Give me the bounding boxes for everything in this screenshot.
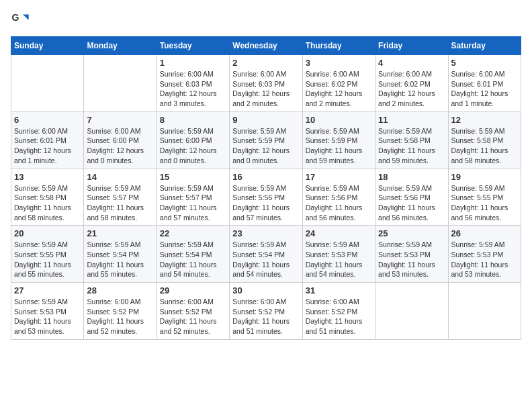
day-info: Sunrise: 6:00 AM Sunset: 6:03 PM Dayligh… xyxy=(232,69,299,109)
day-header-friday: Friday xyxy=(375,37,448,55)
calendar-cell: 12Sunrise: 5:59 AM Sunset: 5:58 PM Dayli… xyxy=(448,111,521,169)
day-header-sunday: Sunday xyxy=(11,37,84,55)
day-number: 6 xyxy=(14,115,81,125)
day-info: Sunrise: 6:00 AM Sunset: 6:02 PM Dayligh… xyxy=(378,69,445,109)
calendar-cell: 4Sunrise: 6:00 AM Sunset: 6:02 PM Daylig… xyxy=(375,55,448,112)
day-number: 27 xyxy=(14,285,81,295)
day-info: Sunrise: 5:59 AM Sunset: 5:58 PM Dayligh… xyxy=(451,126,518,166)
day-number: 14 xyxy=(87,172,153,182)
calendar-cell: 24Sunrise: 5:59 AM Sunset: 5:53 PM Dayli… xyxy=(302,226,375,283)
day-header-tuesday: Tuesday xyxy=(157,37,229,55)
calendar-cell: 10Sunrise: 5:59 AM Sunset: 5:59 PM Dayli… xyxy=(302,111,375,169)
day-info: Sunrise: 6:00 AM Sunset: 6:00 PM Dayligh… xyxy=(87,126,153,166)
calendar-cell xyxy=(375,283,448,340)
day-number: 25 xyxy=(378,228,445,238)
day-info: Sunrise: 5:59 AM Sunset: 6:00 PM Dayligh… xyxy=(160,126,226,166)
calendar: SundayMondayTuesdayWednesdayThursdayFrid… xyxy=(11,36,521,340)
day-number: 19 xyxy=(451,172,518,182)
day-number: 17 xyxy=(306,172,372,182)
calendar-cell: 21Sunrise: 5:59 AM Sunset: 5:54 PM Dayli… xyxy=(84,226,157,283)
day-info: Sunrise: 6:00 AM Sunset: 6:02 PM Dayligh… xyxy=(306,69,372,109)
calendar-cell: 8Sunrise: 5:59 AM Sunset: 6:00 PM Daylig… xyxy=(157,111,229,169)
day-info: Sunrise: 6:00 AM Sunset: 5:52 PM Dayligh… xyxy=(87,297,153,336)
calendar-cell: 13Sunrise: 5:59 AM Sunset: 5:58 PM Dayli… xyxy=(11,169,84,226)
logo: G xyxy=(11,11,32,30)
day-number: 20 xyxy=(14,228,81,238)
day-info: Sunrise: 6:00 AM Sunset: 5:52 PM Dayligh… xyxy=(160,297,226,336)
day-number: 13 xyxy=(14,172,81,182)
day-number: 12 xyxy=(451,115,518,125)
calendar-cell: 7Sunrise: 6:00 AM Sunset: 6:00 PM Daylig… xyxy=(84,111,157,169)
day-number: 11 xyxy=(378,115,445,125)
calendar-cell: 5Sunrise: 6:00 AM Sunset: 6:01 PM Daylig… xyxy=(448,55,521,112)
day-number: 18 xyxy=(378,172,445,182)
calendar-cell: 28Sunrise: 6:00 AM Sunset: 5:52 PM Dayli… xyxy=(84,283,157,340)
day-info: Sunrise: 5:59 AM Sunset: 5:53 PM Dayligh… xyxy=(306,240,372,279)
calendar-cell: 20Sunrise: 5:59 AM Sunset: 5:55 PM Dayli… xyxy=(11,226,84,283)
day-info: Sunrise: 6:00 AM Sunset: 6:03 PM Dayligh… xyxy=(160,69,226,109)
calendar-cell: 25Sunrise: 5:59 AM Sunset: 5:53 PM Dayli… xyxy=(375,226,448,283)
day-number: 31 xyxy=(306,285,372,295)
day-info: Sunrise: 6:00 AM Sunset: 5:52 PM Dayligh… xyxy=(306,297,372,336)
calendar-cell: 27Sunrise: 5:59 AM Sunset: 5:53 PM Dayli… xyxy=(11,283,84,340)
day-number: 1 xyxy=(160,58,226,68)
day-number: 15 xyxy=(160,172,226,182)
day-number: 26 xyxy=(451,228,518,238)
calendar-cell: 15Sunrise: 5:59 AM Sunset: 5:57 PM Dayli… xyxy=(157,169,229,226)
day-info: Sunrise: 5:59 AM Sunset: 5:56 PM Dayligh… xyxy=(378,183,445,223)
page-header: G xyxy=(11,11,521,30)
day-header-saturday: Saturday xyxy=(448,37,521,55)
logo-icon: G xyxy=(11,11,30,30)
day-info: Sunrise: 5:59 AM Sunset: 5:56 PM Dayligh… xyxy=(232,183,299,223)
calendar-cell: 1Sunrise: 6:00 AM Sunset: 6:03 PM Daylig… xyxy=(157,55,229,112)
week-row-5: 27Sunrise: 5:59 AM Sunset: 5:53 PM Dayli… xyxy=(11,283,521,340)
day-number: 16 xyxy=(232,172,299,182)
calendar-cell: 23Sunrise: 5:59 AM Sunset: 5:54 PM Dayli… xyxy=(230,226,302,283)
calendar-cell: 2Sunrise: 6:00 AM Sunset: 6:03 PM Daylig… xyxy=(230,55,302,112)
calendar-cell: 9Sunrise: 5:59 AM Sunset: 5:59 PM Daylig… xyxy=(230,111,302,169)
week-row-3: 13Sunrise: 5:59 AM Sunset: 5:58 PM Dayli… xyxy=(11,169,521,226)
calendar-cell: 16Sunrise: 5:59 AM Sunset: 5:56 PM Dayli… xyxy=(230,169,302,226)
day-number: 8 xyxy=(160,115,226,125)
svg-text:G: G xyxy=(11,12,19,23)
day-info: Sunrise: 5:59 AM Sunset: 5:55 PM Dayligh… xyxy=(14,240,81,279)
day-number: 10 xyxy=(306,115,372,125)
day-info: Sunrise: 5:59 AM Sunset: 5:53 PM Dayligh… xyxy=(14,297,81,336)
week-row-4: 20Sunrise: 5:59 AM Sunset: 5:55 PM Dayli… xyxy=(11,226,521,283)
day-info: Sunrise: 5:59 AM Sunset: 5:56 PM Dayligh… xyxy=(306,183,372,223)
day-header-thursday: Thursday xyxy=(302,37,375,55)
calendar-cell: 17Sunrise: 5:59 AM Sunset: 5:56 PM Dayli… xyxy=(302,169,375,226)
calendar-cell: 11Sunrise: 5:59 AM Sunset: 5:58 PM Dayli… xyxy=(375,111,448,169)
day-number: 2 xyxy=(232,58,299,68)
day-number: 5 xyxy=(451,58,518,68)
day-number: 28 xyxy=(87,285,153,295)
day-number: 4 xyxy=(378,58,445,68)
day-number: 30 xyxy=(232,285,299,295)
calendar-cell: 6Sunrise: 6:00 AM Sunset: 6:01 PM Daylig… xyxy=(11,111,84,169)
day-info: Sunrise: 5:59 AM Sunset: 5:58 PM Dayligh… xyxy=(378,126,445,166)
day-number: 9 xyxy=(232,115,299,125)
day-info: Sunrise: 5:59 AM Sunset: 5:59 PM Dayligh… xyxy=(232,126,299,166)
day-info: Sunrise: 5:59 AM Sunset: 5:54 PM Dayligh… xyxy=(232,240,299,279)
day-number: 21 xyxy=(87,228,153,238)
calendar-cell: 26Sunrise: 5:59 AM Sunset: 5:53 PM Dayli… xyxy=(448,226,521,283)
calendar-cell: 29Sunrise: 6:00 AM Sunset: 5:52 PM Dayli… xyxy=(157,283,229,340)
day-info: Sunrise: 5:59 AM Sunset: 5:57 PM Dayligh… xyxy=(87,183,153,223)
day-info: Sunrise: 6:00 AM Sunset: 6:01 PM Dayligh… xyxy=(451,69,518,109)
calendar-cell: 30Sunrise: 6:00 AM Sunset: 5:52 PM Dayli… xyxy=(230,283,302,340)
day-info: Sunrise: 5:59 AM Sunset: 5:54 PM Dayligh… xyxy=(160,240,226,279)
day-info: Sunrise: 6:00 AM Sunset: 5:52 PM Dayligh… xyxy=(232,297,299,336)
calendar-cell: 18Sunrise: 5:59 AM Sunset: 5:56 PM Dayli… xyxy=(375,169,448,226)
day-number: 3 xyxy=(306,58,372,68)
calendar-cell xyxy=(448,283,521,340)
svg-marker-1 xyxy=(23,15,28,20)
day-info: Sunrise: 5:59 AM Sunset: 5:53 PM Dayligh… xyxy=(378,240,445,279)
day-header-wednesday: Wednesday xyxy=(230,37,302,55)
calendar-cell: 22Sunrise: 5:59 AM Sunset: 5:54 PM Dayli… xyxy=(157,226,229,283)
calendar-cell xyxy=(11,55,84,112)
day-number: 24 xyxy=(306,228,372,238)
day-header-monday: Monday xyxy=(84,37,157,55)
calendar-cell: 31Sunrise: 6:00 AM Sunset: 5:52 PM Dayli… xyxy=(302,283,375,340)
day-info: Sunrise: 5:59 AM Sunset: 5:58 PM Dayligh… xyxy=(14,183,81,223)
day-info: Sunrise: 5:59 AM Sunset: 5:57 PM Dayligh… xyxy=(160,183,226,223)
